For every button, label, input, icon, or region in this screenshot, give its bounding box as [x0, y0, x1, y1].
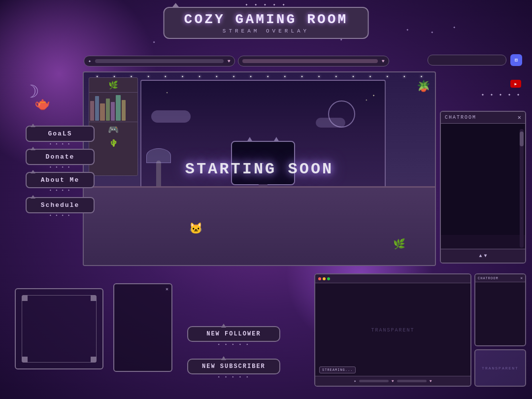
corner-decoration-bl — [22, 357, 28, 363]
preview-chat-title: CHATROOM — [478, 276, 499, 280]
top-right-controls: ⊞ — [428, 54, 522, 66]
deco-star: ✦ — [431, 30, 433, 35]
goals-nav-button[interactable]: GoaLS — [26, 126, 95, 142]
preview-bottom-bar: ✦ ♥ ♥ — [315, 376, 470, 386]
heart-icon: ♥ — [228, 59, 231, 64]
starting-soon-text: STARTING SOON — [185, 160, 334, 178]
chatroom-footer: ▲ ▼ — [441, 249, 525, 263]
preview-chat-header: CHATROOM ✕ — [475, 274, 525, 282]
progress-bars-container: ✦ ♥ ♥ — [84, 54, 389, 68]
about-me-nav-button[interactable]: About Me — [26, 172, 95, 188]
youtube-button[interactable]: ▶ — [510, 80, 521, 88]
chatroom-body — [441, 124, 525, 235]
lamp-shade — [146, 148, 171, 163]
maximize-dot — [327, 277, 330, 280]
bottom-right-preview: TRANSPARENT STREAMING... ✦ ♥ ♥ CHATROOM … — [314, 273, 526, 387]
window-star-3: ✦ — [166, 91, 168, 95]
chatroom-scrollbar[interactable] — [520, 129, 524, 248]
search-bar[interactable] — [428, 55, 506, 66]
corner-decoration-br — [91, 357, 97, 363]
progress-bar-1: ✦ ♥ — [84, 56, 235, 66]
preview-chat-panel: CHATROOM ✕ — [474, 273, 526, 346]
close-dot — [318, 277, 321, 280]
preview-transparent-label: TRANSPARENT — [482, 366, 519, 370]
scroll-down-button[interactable]: ▼ — [484, 253, 487, 259]
new-subscriber-banner: NEW SUBSCRIBER ✦ ✦ ✦ ✦ ✦ — [187, 359, 280, 374]
main-scene: ● ● ● ● ● ● ● ● ● ● ● ● ● ● ● ● ● ● ● ● … — [83, 71, 436, 266]
window-star-2: ✦ — [366, 98, 367, 102]
preview-transparent-panel: TRANSPARENT — [474, 349, 526, 387]
window-dots — [318, 277, 330, 280]
window-star-1: ✦ — [372, 93, 375, 98]
corner-decoration-tl — [22, 295, 28, 301]
chatroom-title: CHATROOM — [445, 115, 476, 120]
progress-bar-2: ♥ — [238, 56, 389, 66]
desk-plant: 🌿 — [393, 238, 405, 250]
mini-progress-bar — [359, 380, 389, 382]
deco-star: ✦ — [153, 39, 155, 45]
bottom-left-overlay — [15, 288, 103, 369]
rating-stars: ✦ ✦ ✦ ✦ ✦ — [481, 92, 521, 98]
star-icon: ✦ — [88, 58, 91, 64]
preview-top-bar — [315, 274, 470, 283]
chatroom-header: CHATROOM ✕ — [441, 112, 525, 124]
streaming-label: STREAMING... — [319, 366, 356, 373]
follower-stars: ✦ ✦ ✦ ✦ ✦ — [218, 342, 250, 346]
title-banner: COZY GAMING ROOM STREAM OVERLAY — [164, 7, 369, 39]
minimize-dot — [323, 277, 326, 280]
scroll-up-button[interactable]: ▲ — [479, 253, 482, 259]
bar-star-icon: ✦ — [354, 379, 356, 383]
discord-button[interactable]: ⊞ — [510, 54, 522, 66]
preview-main-window: TRANSPARENT STREAMING... ✦ ♥ ♥ — [314, 273, 471, 387]
new-follower-label: NEW FOLLOWER — [206, 331, 261, 337]
bottom-left-inner — [22, 295, 97, 363]
mini-progress-bar-2 — [397, 380, 427, 382]
new-follower-banner: NEW FOLLOWER ✦ ✦ ✦ ✦ ✦ — [187, 326, 280, 342]
chatroom-panel: CHATROOM ✕ ▲ ▼ — [440, 111, 526, 264]
bottom-mid-panel: ✕ — [113, 283, 172, 372]
bookshelf: 🌿 🎮 🌵 — [89, 77, 138, 176]
scene-plant-right: 🪴 — [417, 80, 430, 93]
new-subscriber-label: NEW SUBSCRIBER — [202, 363, 266, 370]
left-navigation: GoaLS Donate About Me Schedule — [26, 126, 95, 213]
scrollbar-thumb — [520, 132, 524, 146]
heart-icon-2: ♥ — [382, 59, 385, 64]
cloud-1 — [151, 110, 191, 123]
bar-heart-icon: ♥ — [392, 379, 394, 383]
progress-fill-2 — [242, 59, 378, 63]
desk: 🐱 🌿 — [84, 186, 435, 265]
progress-fill-1 — [95, 59, 224, 63]
app-subtitle: STREAM OVERLAY — [184, 28, 348, 34]
deco-star: ✦ — [453, 25, 456, 30]
app-title: COZY GAMING ROOM — [184, 12, 348, 27]
corner-decoration-tr — [91, 295, 97, 301]
cat-plushie: 🐱 — [189, 222, 202, 235]
panel-close-button[interactable]: ✕ — [166, 286, 168, 292]
transparent-label: TRANSPARENT — [371, 328, 414, 333]
cat-teapot-decoration: 🫖 — [34, 96, 50, 112]
donate-nav-button[interactable]: Donate — [26, 149, 95, 165]
schedule-nav-button[interactable]: Schedule — [26, 197, 95, 213]
alert-banners: NEW FOLLOWER ✦ ✦ ✦ ✦ ✦ NEW SUBSCRIBER ✦ … — [187, 326, 280, 374]
right-sidebar-top: ▶ ✦ ✦ ✦ ✦ ✦ — [481, 80, 521, 101]
bar-heart-icon-2: ♥ — [430, 379, 432, 383]
preview-chat-close[interactable]: ✕ — [520, 276, 523, 280]
deco-star: ✦ — [406, 27, 409, 33]
preview-side-panels: CHATROOM ✕ TRANSPARENT — [474, 273, 526, 387]
cloud-2 — [316, 118, 345, 128]
chatroom-close-button[interactable]: ✕ — [518, 114, 521, 121]
subscriber-stars: ✦ ✦ ✦ ✦ ✦ — [218, 375, 250, 379]
